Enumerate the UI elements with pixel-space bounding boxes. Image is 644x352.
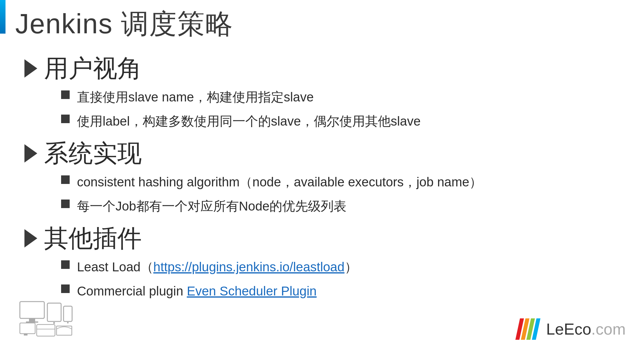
leeco-brand-text: LeEco.com xyxy=(546,320,626,338)
svg-rect-2 xyxy=(26,321,38,323)
least-load-link[interactable]: https://plugins.jenkins.io/leastload xyxy=(153,260,345,274)
bullet-square-1 xyxy=(61,90,70,99)
section-arrow-3 xyxy=(24,229,37,248)
even-scheduler-text-before: Commercial plugin xyxy=(77,284,187,298)
section-user-perspective: 用户视角 xyxy=(24,55,620,82)
list-item: 直接使用slave name，构建使用指定slave xyxy=(61,87,620,107)
leeco-stripe-svg xyxy=(515,318,541,340)
svg-point-4 xyxy=(53,322,55,324)
list-item: 每一个Job都有一个对应所有Node的优先级列表 xyxy=(61,196,620,216)
header-accent-bar xyxy=(0,0,5,34)
leeco-brand-name: LeEco xyxy=(546,320,591,338)
section-other-plugins: 其他插件 xyxy=(24,225,620,252)
bottom-right-logo: LeEco.com xyxy=(515,318,626,340)
least-load-text-before: Least Load（ xyxy=(77,260,153,274)
svg-rect-1 xyxy=(29,318,35,321)
bottom-left-logo xyxy=(18,300,76,340)
list-item: Least Load（https://plugins.jenkins.io/le… xyxy=(61,257,620,277)
section-2-bullets: consistent hashing algorithm（node，availa… xyxy=(61,172,620,216)
section-heading-2: 系统实现 xyxy=(44,140,142,167)
bullet-square-3 xyxy=(61,175,70,184)
even-scheduler-link[interactable]: Even Scheduler Plugin xyxy=(187,284,317,298)
svg-rect-0 xyxy=(20,302,44,318)
list-item: Commercial plugin Even Scheduler Plugin xyxy=(61,281,620,301)
section-1-bullets: 直接使用slave name，构建使用指定slave 使用label，构建多数使… xyxy=(61,87,620,131)
bullet-text-3-2: Commercial plugin Even Scheduler Plugin xyxy=(77,281,317,301)
list-item: consistent hashing algorithm（node，availa… xyxy=(61,172,620,192)
bullet-text-2-2: 每一个Job都有一个对应所有Node的优先级列表 xyxy=(77,196,346,216)
section-arrow-2 xyxy=(24,144,37,163)
section-3-bullets: Least Load（https://plugins.jenkins.io/le… xyxy=(61,257,620,301)
leeco-brand-suffix: .com xyxy=(591,320,626,338)
bullet-square-5 xyxy=(61,260,70,269)
bullet-text-2-1: consistent hashing algorithm（node，availa… xyxy=(77,172,482,192)
bullet-square-2 xyxy=(61,115,70,123)
device-icons-svg xyxy=(18,300,76,340)
section-heading-1: 用户视角 xyxy=(44,55,142,82)
least-load-text-after: ） xyxy=(345,260,357,274)
svg-rect-8 xyxy=(24,334,27,336)
svg-rect-7 xyxy=(20,323,35,334)
svg-rect-11 xyxy=(57,326,72,335)
section-heading-3: 其他插件 xyxy=(44,225,142,252)
list-item: 使用label，构建多数使用同一个的slave，偶尔使用其他slave xyxy=(61,112,620,131)
svg-rect-9 xyxy=(37,324,55,336)
bullet-text-1-1: 直接使用slave name，构建使用指定slave xyxy=(77,87,314,107)
bullet-square-6 xyxy=(61,284,70,293)
section-arrow-1 xyxy=(24,59,37,78)
bullet-text-1-2: 使用label，构建多数使用同一个的slave，偶尔使用其他slave xyxy=(77,112,421,131)
content-area: 用户视角 直接使用slave name，构建使用指定slave 使用label，… xyxy=(24,46,620,306)
svg-rect-5 xyxy=(64,306,72,321)
leeco-stripes xyxy=(515,318,541,340)
svg-point-6 xyxy=(67,322,69,324)
svg-rect-3 xyxy=(47,303,61,321)
section-system-impl: 系统实现 xyxy=(24,140,620,167)
bullet-text-3-1: Least Load（https://plugins.jenkins.io/le… xyxy=(77,257,357,277)
page-title: Jenkins 调度策略 xyxy=(15,6,233,43)
bullet-square-4 xyxy=(61,200,70,208)
